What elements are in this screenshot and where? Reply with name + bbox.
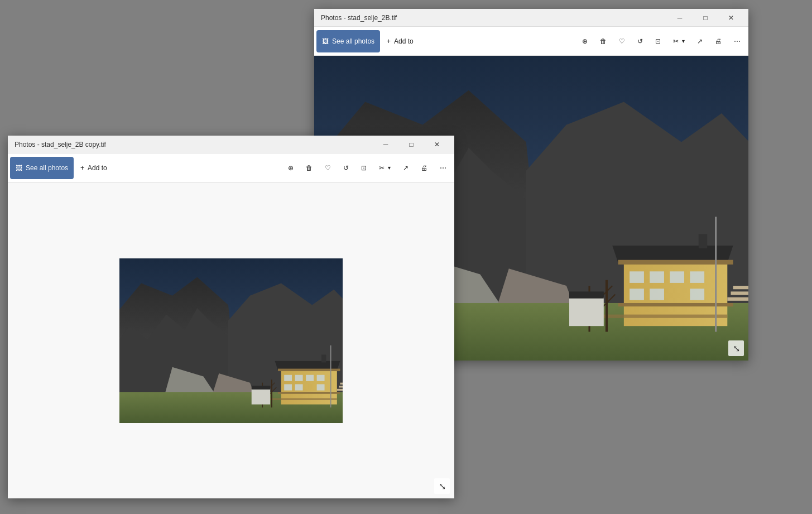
svg-rect-18 <box>699 234 707 248</box>
maximize-button-main[interactable]: □ <box>693 9 718 27</box>
delete-button-copy[interactable]: 🗑 <box>300 157 318 179</box>
expand-button-main[interactable]: ⤡ <box>728 340 744 356</box>
svg-rect-44 <box>295 384 303 390</box>
crop-button-copy[interactable]: ⊡ <box>355 157 372 179</box>
share-button-copy[interactable]: ↗ <box>397 157 414 179</box>
photo-content-copy: ⤡ <box>8 182 454 498</box>
svg-rect-45 <box>317 384 325 390</box>
photo-copy <box>119 258 343 423</box>
see-all-photos-button-main[interactable]: 🖼 See all photos <box>316 30 380 52</box>
toolbar-main: 🖼 See all photos + Add to ⊕ 🗑 ♡ ↺ ⊡ ✂ ▾ … <box>314 27 748 56</box>
edit-button-copy[interactable]: ✂ ▾ <box>373 157 396 179</box>
more-button-copy[interactable]: ⋯ <box>434 157 452 179</box>
photo-thumbnail-wrapper <box>119 258 343 423</box>
rotate-button-copy[interactable]: ↺ <box>338 157 354 179</box>
scissors-icon-main: ✂ <box>673 37 679 45</box>
print-button-copy[interactable]: 🖨 <box>415 157 433 179</box>
plus-icon-copy: + <box>80 164 84 172</box>
svg-rect-58 <box>252 386 270 390</box>
title-bar-main: Photos - stad_selje_2B.tif ─ □ ✕ <box>314 9 748 27</box>
print-icon-main: 🖨 <box>715 37 722 45</box>
svg-rect-25 <box>731 291 748 295</box>
svg-rect-39 <box>284 374 292 381</box>
rotate-icon-main: ↺ <box>637 37 643 45</box>
svg-rect-27 <box>569 297 604 326</box>
svg-rect-12 <box>690 271 704 283</box>
svg-rect-41 <box>306 374 314 381</box>
print-button-main[interactable]: 🖨 <box>709 30 727 52</box>
share-icon-copy: ↗ <box>403 164 409 172</box>
svg-rect-55 <box>339 386 343 387</box>
share-icon-main: ↗ <box>697 37 703 45</box>
svg-rect-40 <box>295 374 303 381</box>
add-to-button-copy[interactable]: + Add to <box>75 157 113 179</box>
svg-rect-9 <box>630 271 644 283</box>
crop-button-main[interactable]: ⊡ <box>650 30 666 52</box>
more-button-main[interactable]: ⋯ <box>728 30 746 52</box>
toolbar-copy: 🖼 See all photos + Add to ⊕ 🗑 ♡ ↺ ⊡ ✂ ▾ … <box>8 153 454 182</box>
minimize-button-copy[interactable]: ─ <box>373 136 398 153</box>
heart-icon-copy: ♡ <box>325 164 331 172</box>
window-main-title: Photos - stad_selje_2B.tif <box>319 14 667 22</box>
svg-rect-48 <box>321 354 326 362</box>
title-bar-copy: Photos - stad_selje_2B copy.tif ─ □ ✕ <box>8 136 454 153</box>
window-copy[interactable]: Photos - stad_selje_2B copy.tif ─ □ ✕ 🖼 … <box>8 136 454 498</box>
svg-rect-57 <box>252 388 270 404</box>
rotate-icon-copy: ↺ <box>343 164 349 172</box>
rotate-button-main[interactable]: ↺ <box>632 30 648 52</box>
svg-rect-26 <box>733 286 748 289</box>
heart-icon-main: ♡ <box>619 37 625 45</box>
svg-rect-49 <box>260 398 337 400</box>
close-button-copy[interactable]: ✕ <box>424 136 450 153</box>
more-icon-main: ⋯ <box>734 37 741 45</box>
svg-rect-54 <box>337 388 343 390</box>
favorite-button-main[interactable]: ♡ <box>613 30 631 52</box>
photos-icon-copy: 🖼 <box>16 164 22 172</box>
crop-icon-copy: ⊡ <box>361 164 367 172</box>
expand-button-copy[interactable]: ⤡ <box>434 478 450 494</box>
zoom-icon-copy: ⊕ <box>288 164 294 172</box>
svg-rect-15 <box>690 289 704 300</box>
share-button-main[interactable]: ↗ <box>691 30 708 52</box>
delete-icon-copy: 🗑 <box>306 164 313 172</box>
favorite-button-copy[interactable]: ♡ <box>319 157 337 179</box>
print-icon-copy: 🖨 <box>421 164 427 172</box>
photos-icon-main: 🖼 <box>322 37 329 45</box>
svg-rect-43 <box>284 384 292 390</box>
plus-icon-main: + <box>387 37 391 45</box>
svg-rect-10 <box>650 271 664 283</box>
more-icon-copy: ⋯ <box>440 164 446 172</box>
see-all-photos-button-copy[interactable]: 🖼 See all photos <box>10 157 74 179</box>
zoom-button-copy[interactable]: ⊕ <box>282 157 299 179</box>
edit-button-main[interactable]: ✂ ▾ <box>667 30 690 52</box>
svg-rect-42 <box>317 374 325 381</box>
svg-rect-24 <box>727 297 748 301</box>
svg-rect-14 <box>650 289 664 300</box>
svg-rect-56 <box>340 382 343 384</box>
svg-rect-19 <box>584 315 728 318</box>
zoom-icon-main: ⊕ <box>582 37 588 45</box>
minimize-button-main[interactable]: ─ <box>667 9 693 27</box>
svg-rect-11 <box>670 271 684 283</box>
crop-icon-main: ⊡ <box>655 37 661 45</box>
svg-rect-13 <box>630 289 644 300</box>
maximize-button-copy[interactable]: □ <box>398 136 424 153</box>
add-to-button-main[interactable]: + Add to <box>381 30 419 52</box>
svg-rect-28 <box>569 291 604 298</box>
delete-button-main[interactable]: 🗑 <box>594 30 612 52</box>
title-bar-controls-main: ─ □ ✕ <box>667 9 744 27</box>
zoom-button-main[interactable]: ⊕ <box>576 30 593 52</box>
delete-icon-main: 🗑 <box>600 37 607 45</box>
close-button-main[interactable]: ✕ <box>718 9 744 27</box>
window-copy-title: Photos - stad_selje_2B copy.tif <box>12 141 373 148</box>
title-bar-controls-copy: ─ □ ✕ <box>373 136 450 153</box>
scissors-icon-copy: ✂ <box>379 164 385 172</box>
